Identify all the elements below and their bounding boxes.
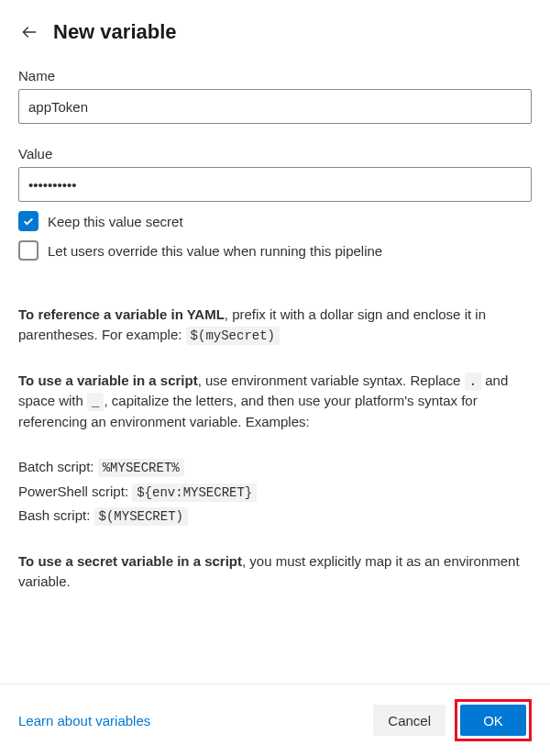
script-help-t1: , use environment variable syntax. Repla… <box>198 372 465 388</box>
secret-checkbox-row: Keep this value secret <box>18 211 532 231</box>
ok-button-highlight: OK <box>455 699 532 741</box>
secret-help-bold: To use a secret variable in a script <box>18 553 242 569</box>
check-icon <box>22 215 35 228</box>
ps-code: ${env:MYSECRET} <box>132 484 257 502</box>
batch-code: %MYSECRET% <box>98 459 184 477</box>
override-checkbox-label: Let users override this value when runni… <box>48 243 382 259</box>
ok-button[interactable]: OK <box>460 705 526 736</box>
back-button[interactable] <box>18 21 40 43</box>
page-title: New variable <box>53 20 177 44</box>
bash-code: $(MYSECRET) <box>94 507 188 526</box>
header: New variable <box>18 20 532 44</box>
bash-label: Bash script: <box>18 507 94 523</box>
value-input[interactable] <box>18 167 532 202</box>
batch-label: Batch script: <box>18 459 98 474</box>
yaml-help-para: To reference a variable in YAML, prefix … <box>18 305 532 345</box>
name-label: Name <box>18 68 532 83</box>
arrow-left-icon <box>20 23 38 41</box>
cancel-button[interactable]: Cancel <box>373 705 446 736</box>
bash-example: Bash script: $(MYSECRET) <box>18 506 532 526</box>
name-input[interactable] <box>18 89 532 124</box>
help-text: To reference a variable in YAML, prefix … <box>18 305 532 592</box>
value-field-group: Value <box>18 146 532 202</box>
value-label: Value <box>18 146 532 161</box>
batch-example: Batch script: %MYSECRET% <box>18 457 532 477</box>
override-checkbox-row: Let users override this value when runni… <box>18 240 532 261</box>
script-help-bold: To use a variable in a script <box>18 372 198 388</box>
override-checkbox[interactable] <box>18 240 38 261</box>
panel-content: New variable Name Value Keep this value … <box>0 0 550 684</box>
underscore-code: _ <box>87 393 104 411</box>
footer: Learn about variables Cancel OK <box>0 684 550 756</box>
powershell-example: PowerShell script: ${env:MYSECRET} <box>18 482 532 502</box>
script-help-para: To use a variable in a script, use envir… <box>18 371 532 431</box>
new-variable-panel: New variable Name Value Keep this value … <box>0 0 550 756</box>
ps-label: PowerShell script: <box>18 484 132 499</box>
name-field-group: Name <box>18 68 532 124</box>
secret-help-para: To use a secret variable in a script, yo… <box>18 551 532 592</box>
yaml-help-bold: To reference a variable in YAML <box>18 306 225 322</box>
dot-code: . <box>465 372 481 391</box>
learn-link[interactable]: Learn about variables <box>18 713 150 728</box>
yaml-example-code: $(mySecret) <box>186 327 280 345</box>
secret-checkbox[interactable] <box>18 211 38 231</box>
secret-checkbox-label: Keep this value secret <box>48 214 183 229</box>
